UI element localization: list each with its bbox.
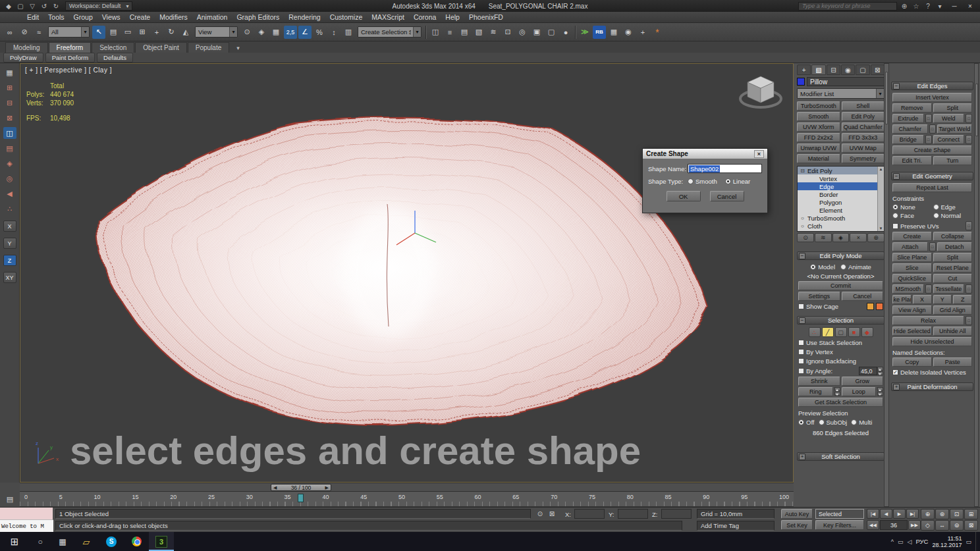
extrude-settings-button[interactable] (925, 114, 932, 123)
paint-deformation-header[interactable]: +Paint Deformation (891, 382, 973, 391)
msmooth-settings-button[interactable] (925, 284, 932, 294)
maxscript-mini-listener-macro[interactable] (0, 508, 53, 520)
menu-item[interactable]: Customize (325, 13, 368, 21)
minimize-button[interactable]: ─ (947, 1, 962, 11)
ribbon-tab[interactable]: Selection (92, 42, 134, 53)
tray-expand-icon[interactable]: ^ (891, 538, 894, 545)
key-mode-dropdown[interactable]: Selected (815, 509, 864, 519)
relax-button[interactable]: Relax (892, 316, 964, 325)
preview-off-radio[interactable] (798, 419, 804, 425)
sphere-tool-icon[interactable]: ◉ (622, 26, 635, 39)
command-panel-scrollbar[interactable] (884, 63, 889, 507)
bridge-settings-button[interactable] (925, 135, 932, 144)
hide-selected-button[interactable]: Hide Selected (892, 327, 932, 336)
render-setup-icon[interactable]: ▣ (530, 26, 543, 39)
pin-stack-icon[interactable]: ⊙ (797, 233, 814, 242)
select-and-link-icon[interactable]: ∞ (3, 26, 16, 39)
split-button[interactable]: Split (933, 103, 973, 113)
axis-y-button[interactable]: Y (3, 238, 16, 249)
fetch-icon[interactable]: ⊟ (3, 97, 16, 109)
weld-settings-button[interactable] (966, 114, 972, 123)
select-by-name-icon[interactable]: ▤ (107, 26, 120, 39)
add-time-tag-field[interactable]: Add Time Tag (697, 521, 775, 531)
time-slider[interactable]: ◀ 36 / 100 ▶ (271, 484, 331, 491)
help-search-input[interactable] (798, 2, 897, 11)
percent-snap-icon[interactable]: % (313, 26, 326, 39)
snapshot-icon[interactable]: ◎ (3, 172, 16, 184)
multiscatter-icon[interactable]: ▦ (607, 26, 620, 39)
spinner-snap-icon[interactable]: ↕ (327, 26, 340, 39)
extrude-button[interactable]: Extrude (892, 114, 924, 123)
auto-key-button[interactable]: Auto Key (781, 509, 813, 519)
collapse-button[interactable]: Collapse (933, 232, 973, 241)
maxscript-mini-listener[interactable]: Welcome to M (0, 520, 53, 533)
search-icon[interactable]: ⊕ (898, 1, 910, 11)
menu-item[interactable]: Create (125, 13, 155, 21)
border-subobject-icon[interactable]: ▢ (835, 327, 847, 337)
utilities-tab-icon[interactable]: ⊠ (871, 65, 885, 75)
by-angle-field[interactable]: 45,0 (859, 367, 877, 375)
vertex-subobject-icon[interactable]: ∴ (809, 327, 821, 337)
select-and-scale-icon[interactable]: ◭ (179, 26, 192, 39)
detach-button[interactable]: Detach (937, 242, 973, 251)
key-mode-toggle-button[interactable]: ◀◀ (867, 520, 879, 530)
preview-multi-radio[interactable] (851, 419, 857, 425)
tray-volume-icon[interactable]: ◁ (907, 538, 912, 545)
hierarchy-tab-icon[interactable]: ⊟ (827, 65, 840, 75)
modifier-stack-item[interactable]: ○TurboSmooth (798, 214, 877, 222)
element-subobject-icon[interactable]: ◆ (861, 327, 873, 337)
language-indicator[interactable]: РУС (915, 538, 928, 545)
delete-isolated-vertices-checkbox[interactable] (892, 369, 898, 375)
corona-toolbar-icon[interactable]: * (651, 26, 664, 39)
show-desktop-button[interactable] (975, 532, 979, 551)
previous-frame-arrow-icon[interactable]: ◀ (273, 485, 277, 490)
zoom-icon[interactable]: ⊕ (921, 509, 935, 519)
viewcube[interactable] (737, 71, 784, 113)
align-tool-icon[interactable]: ◀ (3, 188, 16, 199)
next-key-button[interactable]: ▶▶ (908, 520, 921, 530)
polygon-subobject-icon[interactable]: ■ (848, 327, 860, 337)
planar-z-button[interactable]: Z (953, 295, 972, 304)
use-pivot-point-icon[interactable]: ⊙ (240, 26, 254, 39)
spacing-tool-icon[interactable]: ◈ (3, 157, 16, 169)
cut-button[interactable]: Cut (933, 274, 973, 283)
task-view-icon[interactable]: ▦ (51, 532, 74, 551)
action-center-icon[interactable]: ▭ (966, 538, 971, 545)
zoom-all-icon[interactable]: ⊛ (935, 509, 949, 519)
ribbon-minimize-icon[interactable]: ▾ (234, 43, 242, 53)
isolate-selection-toggle-icon[interactable]: ⊙ (535, 509, 545, 519)
preview-subobj-radio[interactable] (819, 419, 825, 425)
snaps-toggle-icon[interactable]: 2,5 (284, 26, 297, 39)
x-coordinate-field[interactable] (574, 509, 605, 519)
application-menu-icon[interactable]: ◆ (3, 1, 14, 11)
use-stack-selection-checkbox[interactable] (798, 340, 804, 346)
ribbon-subtab[interactable]: Defaults (97, 53, 133, 63)
msmooth-button[interactable]: MSmooth (892, 284, 924, 294)
chamfer-settings-button[interactable] (929, 124, 936, 134)
dialog-titlebar[interactable]: Create Shape × (643, 149, 767, 159)
lock-selection-icon[interactable]: ⊠ (3, 112, 16, 124)
keyboard-shortcut-override-icon[interactable]: ▦ (269, 26, 283, 39)
grid-align-button[interactable]: Grid Align (933, 305, 973, 315)
file-explorer-icon[interactable]: ▱ (74, 532, 99, 551)
viewport-label[interactable]: [ + ] [ Perspective ] [ Clay ] (25, 66, 112, 74)
set-key-button[interactable]: Set Key (781, 520, 813, 530)
tessellate-settings-button[interactable] (966, 284, 972, 294)
menu-item[interactable]: Corona (409, 13, 441, 21)
axis-z-button[interactable]: Z (3, 255, 16, 266)
go-to-end-button[interactable]: ▶| (906, 509, 919, 519)
stack-scrollbar[interactable]: ▲▼ (877, 167, 884, 231)
axis-xy-button[interactable]: XY (3, 272, 16, 283)
close-button[interactable]: × (963, 1, 977, 11)
menu-item[interactable]: Animation (192, 13, 232, 21)
split-toggle-button[interactable]: Split (933, 253, 973, 262)
by-angle-spinner[interactable] (877, 367, 883, 375)
slice-plane-button[interactable]: Slice Plane (892, 253, 932, 262)
unlink-selection-icon[interactable]: ⊘ (18, 26, 31, 39)
key-filters-button[interactable]: Key Filters... (815, 520, 864, 530)
ok-button[interactable]: OK (667, 191, 701, 201)
get-stack-selection-button[interactable]: Get Stack Selection (798, 398, 883, 407)
modifier-set-button[interactable]: Material (797, 154, 840, 163)
modifier-set-button[interactable]: Symmetry (842, 154, 885, 163)
schematic-view-icon[interactable]: ⊡ (501, 26, 514, 39)
